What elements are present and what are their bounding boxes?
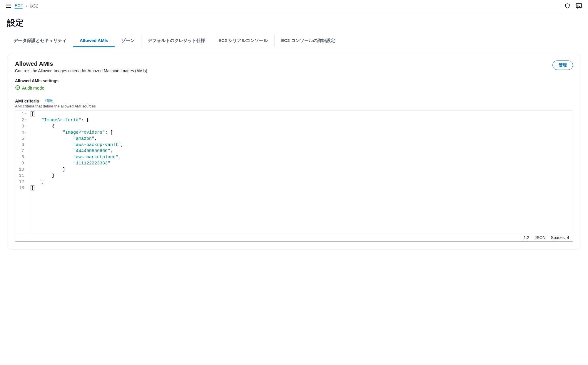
tab-allowed-amis[interactable]: Allowed AMIs (73, 34, 115, 47)
tab-serial-console[interactable]: EC2 シリアルコンソール (212, 34, 275, 47)
top-bar-left: EC2 › 設定 (6, 3, 38, 9)
code-lines[interactable]: { "ImageCriteria": [ { "ImageProviders":… (29, 110, 573, 234)
code-body[interactable]: 1▾ 2▾ 3▾ 4▾ 5 6 7 8 9 10 11 12 13 { (15, 110, 573, 234)
cursor-position: 1:2 (524, 235, 529, 240)
content-area: Allowed AMIs Controls the Allowed Images… (0, 47, 588, 256)
check-circle-icon (15, 85, 20, 91)
panel-title: Allowed AMIs (15, 60, 148, 67)
settings-label: Allowed AMIs settings (15, 78, 573, 83)
editor-mode: JSON (534, 235, 545, 240)
tabs: データ保護とセキュリティ Allowed AMIs ゾーン デフォルトのクレジッ… (0, 34, 588, 47)
panel-description: Controls the Allowed Images criteria for… (15, 68, 148, 73)
breadcrumb: EC2 › 設定 (15, 3, 38, 9)
breadcrumb-service-link[interactable]: EC2 (15, 3, 23, 9)
page-title: 設定 (7, 17, 581, 28)
criteria-description: AMI criteria that define the allowed AMI… (15, 104, 573, 108)
criteria-header: AMI criteria 情報 (15, 98, 573, 103)
gutter: 1▾ 2▾ 3▾ 4▾ 5 6 7 8 9 10 11 12 13 (15, 110, 29, 234)
divider (42, 98, 42, 103)
svg-rect-0 (576, 4, 582, 8)
top-bar-right (564, 3, 582, 9)
editor-status-bar: 1:2 JSON Spaces: 4 (15, 234, 573, 241)
criteria-title: AMI criteria (15, 98, 39, 103)
cloudshell-icon[interactable] (576, 3, 582, 9)
info-link[interactable]: 情報 (45, 98, 53, 103)
page-header: 設定 (0, 12, 588, 31)
tab-data-protection[interactable]: データ保護とセキュリティ (7, 34, 73, 47)
top-bar: EC2 › 設定 (0, 0, 588, 12)
manage-button[interactable]: 管理 (552, 60, 573, 70)
allowed-amis-panel: Allowed AMIs Controls the Allowed Images… (7, 54, 581, 250)
tab-console-settings[interactable]: EC2 コンソールの詳細設定 (275, 34, 341, 47)
tab-zones[interactable]: ゾーン (115, 34, 141, 47)
code-editor[interactable]: 1▾ 2▾ 3▾ 4▾ 5 6 7 8 9 10 11 12 13 { (15, 110, 573, 242)
chevron-right-icon: › (26, 4, 27, 8)
editor-spaces: Spaces: 4 (551, 235, 569, 240)
panel-header: Allowed AMIs Controls the Allowed Images… (15, 60, 573, 73)
tab-default-credit[interactable]: デフォルトのクレジット仕様 (141, 34, 212, 47)
status-row: Audit mode (15, 85, 573, 91)
breadcrumb-current: 設定 (30, 3, 38, 9)
status-text: Audit mode (22, 85, 44, 90)
menu-icon[interactable] (6, 4, 11, 8)
shield-icon[interactable] (564, 3, 570, 9)
